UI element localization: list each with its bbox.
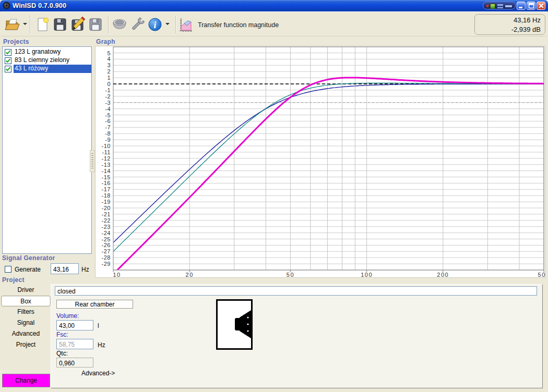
project-item[interactable]: 43 L różowy — [3, 65, 91, 73]
generate-checkbox[interactable] — [5, 266, 11, 273]
wrench-icon — [129, 16, 146, 33]
minimize-button[interactable] — [517, 2, 526, 10]
svg-text:-8: -8 — [105, 130, 111, 137]
svg-text:5: 5 — [107, 50, 111, 56]
qtc-label: Qtc: — [56, 350, 68, 357]
widget-bar — [505, 5, 512, 7]
fsc-label: Fsc: — [56, 331, 68, 338]
svg-text:500: 500 — [538, 272, 545, 277]
chart-icon — [178, 17, 193, 33]
options-button[interactable] — [128, 15, 146, 34]
projects-list[interactable]: 123 L granatowy83 L ciemny zielony43 L r… — [2, 46, 92, 254]
svg-text:-24: -24 — [102, 230, 111, 236]
widget-bar — [497, 7, 503, 8]
project-checkbox-icon[interactable] — [5, 66, 11, 72]
rear-chamber-button[interactable]: Rear chamber — [56, 300, 133, 309]
change-button[interactable]: Change — [2, 374, 50, 387]
box-type-input[interactable] — [55, 286, 537, 296]
svg-text:-14: -14 — [102, 168, 111, 174]
maximize-button[interactable] — [527, 2, 535, 10]
cursor-readout: 43,16 Hz -2,939 dB — [474, 14, 545, 35]
nav-item-advanced[interactable]: Advanced — [1, 328, 51, 339]
titlebar-widget[interactable] — [483, 2, 516, 9]
readout-frequency: 43,16 Hz — [475, 16, 541, 25]
project-item[interactable]: 123 L granatowy — [3, 48, 91, 56]
nav-item-project[interactable]: Project — [1, 339, 51, 350]
svg-text:-17: -17 — [102, 186, 111, 192]
svg-text:10: 10 — [113, 272, 121, 277]
fsc-unit: Hz — [98, 341, 105, 349]
advanced-link[interactable]: Advanced-> — [81, 370, 115, 377]
svg-text:-1: -1 — [105, 87, 111, 93]
project-checkbox-icon[interactable] — [5, 57, 11, 64]
svg-text:50: 50 — [287, 272, 294, 277]
about-dropdown-arrow-icon[interactable] — [165, 23, 170, 25]
save-as-button[interactable] — [87, 15, 104, 34]
plot-type-label: Transfer function magnitude — [198, 21, 279, 29]
minimize-icon — [518, 3, 525, 9]
open-project-button[interactable] — [3, 15, 21, 34]
svg-text:-11: -11 — [102, 149, 111, 155]
close-button[interactable] — [537, 2, 545, 10]
project-checkbox-icon[interactable] — [5, 49, 11, 56]
toolbar-separator — [30, 16, 31, 33]
widget-red-dot — [486, 5, 489, 7]
svg-text:-23: -23 — [102, 224, 111, 230]
project-item[interactable]: 83 L ciemny zielony — [3, 56, 91, 65]
save-edit-button[interactable] — [69, 15, 87, 34]
project-section-label: Project — [2, 276, 25, 284]
graph-section-label: Graph — [96, 38, 115, 45]
info-icon: i — [147, 16, 163, 33]
svg-text:2: 2 — [107, 68, 111, 75]
speaker-driver-icon — [111, 16, 128, 33]
new-project-button[interactable] — [33, 15, 51, 34]
generator-frequency-input[interactable] — [51, 263, 79, 274]
svg-text:-20: -20 — [102, 205, 111, 211]
about-button[interactable]: i — [146, 15, 164, 34]
svg-text:-6: -6 — [105, 118, 111, 124]
svg-text:-5: -5 — [105, 112, 111, 118]
svg-text:-3: -3 — [105, 100, 111, 106]
toolbar-separator — [175, 16, 176, 33]
nav-item-driver[interactable]: Driver — [1, 285, 51, 296]
window-title: WinISD 0.7.0.900 — [13, 2, 66, 9]
svg-text:-25: -25 — [102, 236, 111, 242]
nav-item-signal[interactable]: Signal — [1, 317, 51, 328]
transfer-function-chart[interactable]: 543210-1-2-3-4-5-6-7-8-9-10-11-12-13-14-… — [96, 46, 545, 277]
project-label: 123 L granatowy — [14, 48, 91, 56]
volume-input[interactable] — [56, 320, 93, 330]
svg-text:20: 20 — [186, 272, 194, 277]
svg-text:4: 4 — [107, 56, 111, 62]
svg-text:-27: -27 — [102, 248, 111, 254]
graph-panel: 543210-1-2-3-4-5-6-7-8-9-10-11-12-13-14-… — [95, 46, 545, 278]
svg-text:-2: -2 — [105, 93, 111, 100]
svg-text:-22: -22 — [102, 217, 111, 224]
app-woofer-icon — [3, 2, 10, 9]
box-drawing — [216, 299, 253, 350]
plot-type-selector[interactable]: Transfer function magnitude — [178, 16, 279, 34]
readout-level: -2,939 dB — [475, 25, 541, 34]
svg-text:i: i — [153, 20, 156, 30]
splitter-grip[interactable] — [90, 150, 95, 172]
svg-text:-26: -26 — [102, 242, 111, 248]
titlebar[interactable]: WinISD 0.7.0.900 — [0, 0, 548, 11]
save-floppy-icon — [52, 16, 68, 33]
driver-editor-button[interactable] — [111, 15, 128, 34]
driver-in-box-icon — [218, 301, 251, 348]
svg-text:-28: -28 — [102, 254, 111, 261]
projects-section-label: Projects — [3, 38, 29, 45]
save-button[interactable] — [51, 15, 69, 34]
svg-text:-7: -7 — [105, 124, 111, 130]
volume-label: Volume: — [56, 312, 79, 320]
floppy-pencil-icon — [69, 16, 86, 33]
svg-text:-18: -18 — [102, 192, 111, 199]
maximize-icon — [528, 3, 535, 9]
box-settings-panel: Rear chamber Volume: l Fsc: Hz Qtc: Adva… — [51, 284, 543, 388]
svg-text:100: 100 — [361, 272, 373, 277]
open-dropdown-arrow-icon[interactable] — [23, 23, 27, 25]
nav-item-filters[interactable]: Filters — [1, 307, 51, 317]
generator-frequency-unit: Hz — [81, 266, 89, 273]
nav-item-box[interactable]: Box — [1, 296, 51, 307]
svg-text:-13: -13 — [102, 162, 111, 168]
svg-text:-9: -9 — [105, 137, 111, 143]
